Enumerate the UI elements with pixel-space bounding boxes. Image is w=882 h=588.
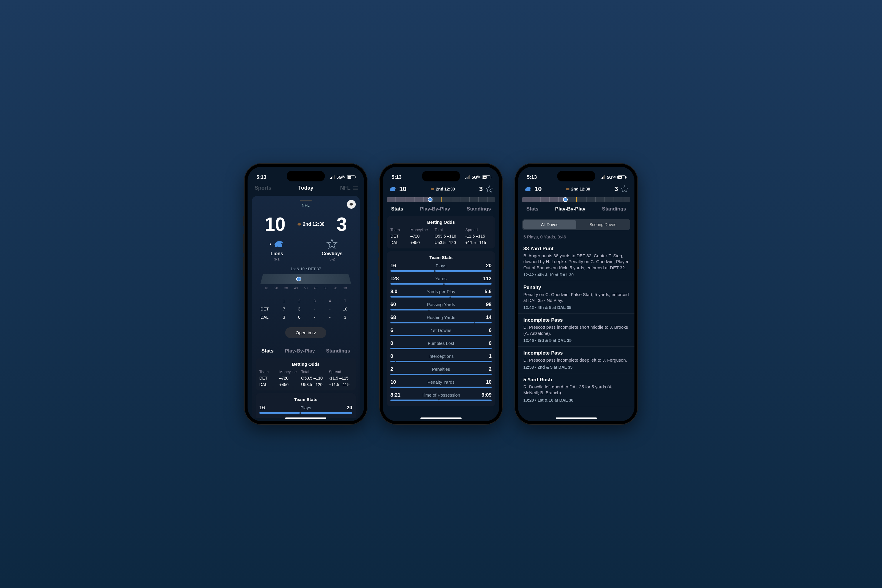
play-item[interactable]: PenaltyPenalty on C. Goodwin, False Star…: [518, 281, 634, 314]
play-item[interactable]: 38 Yard PuntB. Anger punts 38 yards to D…: [518, 242, 634, 281]
game-card[interactable]: NFL 10 2nd 12:30 3 ★ Lions 3-1 Cowboys 3…: [252, 196, 360, 418]
stat-label: Yards: [435, 276, 447, 281]
stat-label: Penalties: [432, 367, 450, 372]
network-label: 5Gᵁᶜ: [607, 175, 616, 180]
away-team[interactable]: Cowboys 3-2: [322, 238, 342, 261]
panel-title: Team Stats: [390, 255, 492, 260]
home-score: 10: [534, 185, 542, 193]
tab-standings[interactable]: Standings: [602, 206, 626, 212]
stat-row: 8:21Time of Possession9:09: [390, 392, 492, 401]
svg-point-0: [350, 203, 353, 206]
lions-logo-icon: [388, 185, 397, 193]
stat-right: 98: [486, 302, 492, 308]
home-team[interactable]: ★ Lions 3-1: [269, 238, 285, 261]
drives-segment: All Drives Scoring Drives: [522, 219, 630, 230]
stat-row: 10Penalty Yards10: [390, 379, 492, 388]
play-meta: 12:46 • 3rd & 5 at DAL 35: [524, 338, 629, 343]
stat-row: 16Plays20: [390, 263, 492, 272]
ball-marker-icon: [296, 277, 302, 281]
stat-right: 20: [486, 263, 492, 269]
plays-list[interactable]: 38 Yard PuntB. Anger punts 38 yards to D…: [518, 242, 634, 414]
stat-left: 10: [390, 379, 396, 385]
tab-standings[interactable]: Standings: [326, 348, 350, 354]
field-visualization: [260, 274, 351, 284]
stat-label: 1st Downs: [431, 328, 451, 333]
stat-row: 128Yards112: [390, 276, 492, 285]
mini-field-visualization: [522, 197, 630, 202]
battery-icon: 53: [617, 175, 626, 179]
signal-icon: [330, 175, 334, 179]
possession-star-icon: ★: [269, 243, 272, 246]
dynamic-island: [557, 171, 596, 182]
game-clock: 2nd 12:30: [431, 187, 455, 191]
stat-left: 8:21: [390, 392, 400, 398]
home-team-name: Lions: [269, 251, 285, 256]
play-meta: 13:28 • 1st & 10 at DAL 30: [524, 398, 629, 402]
home-indicator[interactable]: [285, 417, 326, 419]
tab-stats[interactable]: Stats: [391, 206, 404, 212]
network-label: 5Gᵁᶜ: [336, 175, 345, 180]
stat-label: Time of Possession: [422, 393, 460, 398]
open-in-tv-button[interactable]: Open in tv: [285, 327, 326, 338]
possession-icon: [297, 223, 301, 225]
tab-bar: Stats Play-By-Play Standings: [256, 344, 356, 358]
play-description: B. Anger punts 38 yards to DET 32, Cente…: [524, 253, 629, 271]
tab-standings[interactable]: Standings: [467, 206, 491, 212]
play-description: Penalty on C. Goodwin, False Start, 5 ya…: [524, 292, 629, 304]
stat-right: 2: [489, 366, 492, 372]
compact-score-header[interactable]: 10 2nd 12:30 3: [518, 183, 634, 195]
lions-logo-icon: [524, 185, 532, 193]
possession-icon: [566, 188, 570, 190]
brand-label: Sports: [255, 185, 272, 191]
yard-labels: 102030405040302010: [256, 285, 356, 291]
play-meta: 12:42 • 4th & 10 at DAL 30: [524, 273, 629, 277]
team-stats-panel: Team Stats 16Plays20128Yards1128.0Yards …: [387, 251, 495, 406]
menu-icon[interactable]: [353, 186, 358, 190]
play-item[interactable]: 5 Yard RushR. Dowdle left guard to DAL 3…: [518, 374, 634, 406]
cowboys-logo-icon: [326, 238, 338, 250]
options-button[interactable]: [347, 200, 356, 209]
home-team-record: 3-1: [269, 257, 285, 261]
table-row: DAL30--3: [259, 313, 353, 321]
stat-right: 6: [489, 327, 492, 333]
home-score: 10: [265, 213, 285, 235]
home-indicator[interactable]: [420, 417, 462, 419]
signal-icon: [465, 175, 470, 179]
sheet-grabber[interactable]: [300, 200, 312, 201]
play-item[interactable]: Incomplete PassD. Prescott pass incomple…: [518, 346, 634, 374]
stat-left: 128: [390, 276, 399, 282]
game-clock: 2nd 12:30: [297, 222, 325, 227]
tab-play-by-play[interactable]: Play-By-Play: [555, 206, 585, 212]
cowboys-logo-icon: [485, 185, 494, 193]
tab-stats[interactable]: Stats: [526, 206, 538, 212]
team-stats-panel: Team Stats 16Plays20: [256, 393, 356, 418]
tab-bar: Stats Play-By-Play Standings: [518, 202, 634, 216]
segment-all-drives[interactable]: All Drives: [523, 220, 576, 230]
play-item[interactable]: Incomplete PassD. Prescott pass incomple…: [518, 314, 634, 346]
betting-odds-panel: Betting Odds TeamMoneylineTotalSpread DE…: [256, 358, 356, 390]
stat-row: 2Penalties2: [390, 366, 492, 375]
cowboys-logo-icon: [620, 185, 628, 193]
play-description: D. Prescott pass incomplete short middle…: [524, 324, 629, 336]
stat-right: 5.6: [484, 289, 492, 295]
mini-field-visualization: [387, 197, 495, 202]
stat-row: 8.0Yards per Play5.6: [390, 289, 492, 297]
dynamic-island: [286, 171, 325, 182]
stat-label: Fumbles Lost: [428, 341, 454, 346]
home-indicator[interactable]: [556, 417, 597, 419]
stat-right: 0: [489, 340, 492, 346]
network-label: 5Gᵁᶜ: [472, 175, 480, 180]
stat-left: 6: [390, 327, 393, 333]
league-pill[interactable]: NFL: [340, 185, 351, 191]
compact-score-header[interactable]: 10 2nd 12:30 3: [383, 183, 499, 195]
tab-play-by-play[interactable]: Play-By-Play: [420, 206, 450, 212]
possession-icon: [431, 188, 434, 190]
stat-left: 0: [390, 340, 393, 346]
away-score: 3: [479, 185, 483, 193]
segment-scoring-drives[interactable]: Scoring Drives: [576, 220, 630, 230]
betting-odds-panel: Betting Odds TeamMoneylineTotalSpread DE…: [387, 216, 495, 248]
tab-stats[interactable]: Stats: [261, 348, 274, 354]
stat-row: 0Fumbles Lost0: [390, 340, 492, 349]
tab-play-by-play[interactable]: Play-By-Play: [285, 348, 315, 354]
status-time: 5:13: [392, 174, 402, 180]
